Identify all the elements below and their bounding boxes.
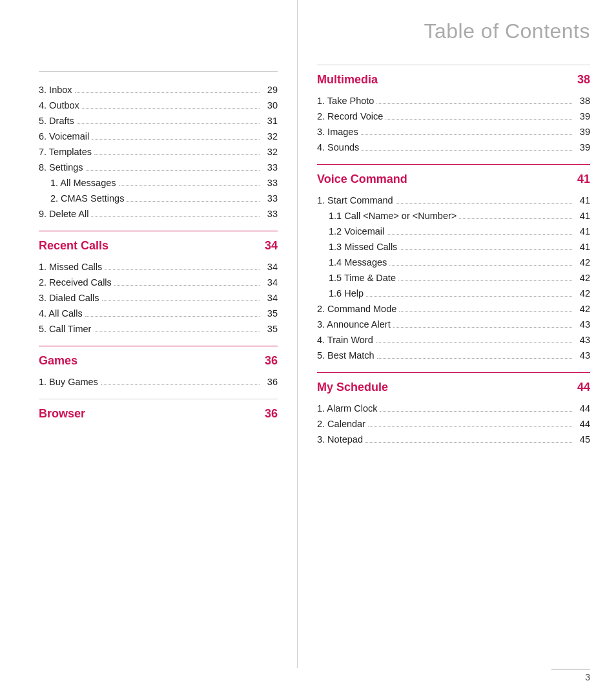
toc-row-all-messages: 1. All Messages 33 <box>39 178 278 188</box>
toc-row-images: 3. Images 39 <box>317 127 590 137</box>
toc-page-start-command: 41 <box>575 195 590 205</box>
toc-page-images: 39 <box>575 127 590 137</box>
voice-command-section: Voice Command 41 1. Start Command 41 1.1… <box>317 164 590 361</box>
toc-row-calendar: 2. Calendar 44 <box>317 419 590 429</box>
toc-dots-drafts <box>77 123 260 124</box>
toc-label-command-mode: 2. Command Mode <box>317 304 396 314</box>
toc-row-received-calls: 2. Received Calls 34 <box>39 277 278 288</box>
toc-dots-best-match <box>377 358 572 359</box>
toc-label-voicemail: 6. Voicemail <box>39 131 89 142</box>
toc-dots-templates <box>94 154 260 155</box>
toc-row-inbox: 3. Inbox 29 <box>39 85 278 95</box>
page-container: 3. Inbox 29 4. Outbox 30 5. Drafts 31 6.… <box>0 0 616 694</box>
toc-label-missed-calls: 1. Missed Calls <box>39 262 102 272</box>
toc-page-announce-alert: 43 <box>575 319 590 330</box>
toc-page-call-name-number: 41 <box>575 211 590 221</box>
toc-dots-1-5-time-date <box>398 280 572 281</box>
toc-page-record-voice: 39 <box>575 111 590 121</box>
toc-label-train-word: 4. Train Word <box>317 335 373 345</box>
toc-page-voicemail: 32 <box>262 131 278 142</box>
toc-dots-alarm-clock <box>380 411 572 412</box>
recent-calls-title: Recent Calls <box>39 239 108 253</box>
toc-row-announce-alert: 3. Announce Alert 43 <box>317 319 590 330</box>
toc-row-notepad: 3. Notepad 45 <box>317 434 590 445</box>
toc-dots-voicemail <box>92 139 260 140</box>
right-column: Table of Contents Multimedia 38 1. Take … <box>297 0 616 668</box>
recent-calls-num: 34 <box>265 239 278 253</box>
toc-row-templates: 7. Templates 32 <box>39 147 278 157</box>
toc-dots-call-name-number <box>459 218 572 219</box>
recent-calls-section: Recent Calls 34 1. Missed Calls 34 2. Re… <box>39 231 278 334</box>
toc-page-1-6-help: 42 <box>575 288 590 299</box>
toc-label-all-messages: 1. All Messages <box>50 178 116 188</box>
multimedia-section: Multimedia 38 1. Take Photo 38 2. Record… <box>317 73 590 152</box>
toc-dots-all-messages <box>119 185 260 186</box>
toc-page-all-messages: 33 <box>262 178 278 188</box>
toc-dots-1-6-help <box>366 296 572 297</box>
toc-label-announce-alert: 3. Announce Alert <box>317 319 391 330</box>
toc-dots-command-mode <box>399 311 572 312</box>
toc-label-drafts: 5. Drafts <box>39 116 74 126</box>
toc-dots-announce-alert <box>393 327 572 328</box>
toc-label-1-5-time-date: 1.5 Time & Date <box>329 273 396 283</box>
toc-label-best-match: 5. Best Match <box>317 350 375 361</box>
games-divider <box>39 346 278 346</box>
voice-command-header: Voice Command 41 <box>317 173 590 189</box>
toc-label-inbox: 3. Inbox <box>39 85 72 95</box>
multimedia-title: Multimedia <box>317 73 378 87</box>
toc-row-call-timer: 5. Call Timer 35 <box>39 324 278 334</box>
toc-dots-outbox <box>82 108 260 109</box>
toc-row-command-mode: 2. Command Mode 42 <box>317 304 590 314</box>
toc-dots-missed-calls <box>105 269 260 270</box>
toc-page-1-4-messages: 42 <box>575 257 590 268</box>
toc-page-all-calls: 35 <box>262 308 278 319</box>
page-title: Table of Contents <box>424 19 590 43</box>
toc-row-alarm-clock: 1. Alarm Clock 44 <box>317 403 590 414</box>
toc-row-train-word: 4. Train Word 43 <box>317 335 590 345</box>
toc-label-buy-games: 1. Buy Games <box>39 377 98 387</box>
toc-page-templates: 32 <box>262 147 278 157</box>
games-section: Games 36 1. Buy Games 36 <box>39 346 278 387</box>
toc-page-missed-calls: 34 <box>262 262 278 272</box>
toc-row-missed-calls: 1. Missed Calls 34 <box>39 262 278 272</box>
toc-page-delete-all: 33 <box>262 209 278 219</box>
toc-row-1-4-messages: 1.4 Messages 42 <box>317 257 590 268</box>
toc-dots-all-calls <box>85 316 260 317</box>
voice-command-divider <box>317 164 590 165</box>
toc-page-train-word: 43 <box>575 335 590 345</box>
toc-page-inbox: 29 <box>262 85 278 95</box>
toc-label-record-voice: 2. Record Voice <box>317 111 383 121</box>
toc-row-best-match: 5. Best Match 43 <box>317 350 590 361</box>
toc-page-alarm-clock: 44 <box>575 403 590 414</box>
my-schedule-section: My Schedule 44 1. Alarm Clock 44 2. Cale… <box>317 372 590 445</box>
toc-dots-received-calls <box>114 285 260 286</box>
toc-label-1-4-messages: 1.4 Messages <box>329 257 387 268</box>
toc-label-call-name-number: 1.1 Call <Name> or <Number> <box>329 211 457 221</box>
toc-label-images: 3. Images <box>317 127 358 137</box>
toc-row-1-6-help: 1.6 Help 42 <box>317 288 590 299</box>
browser-num: 36 <box>265 407 278 421</box>
toc-page-1-3-missed-calls: 41 <box>575 242 590 252</box>
toc-label-start-command: 1. Start Command <box>317 195 393 205</box>
browser-header: Browser 36 <box>39 407 278 423</box>
toc-row-1-3-missed-calls: 1.3 Missed Calls 41 <box>317 242 590 252</box>
multimedia-header: Multimedia 38 <box>317 73 590 89</box>
toc-row-drafts: 5. Drafts 31 <box>39 116 278 126</box>
toc-page-received-calls: 34 <box>262 277 278 288</box>
voice-command-num: 41 <box>577 173 590 186</box>
toc-label-notepad: 3. Notepad <box>317 434 363 445</box>
toc-row-settings: 8. Settings 33 <box>39 162 278 173</box>
left-column: 3. Inbox 29 4. Outbox 30 5. Drafts 31 6.… <box>0 0 297 668</box>
toc-page-drafts: 31 <box>262 116 278 126</box>
toc-page-call-timer: 35 <box>262 324 278 334</box>
toc-label-sounds: 4. Sounds <box>317 142 359 152</box>
toc-page-take-photo: 38 <box>575 96 590 106</box>
toc-page-1-5-time-date: 42 <box>575 273 590 283</box>
right-top-divider <box>317 65 590 65</box>
toc-dots-inbox <box>75 92 260 93</box>
toc-page-sounds: 39 <box>575 142 590 152</box>
toc-label-calendar: 2. Calendar <box>317 419 365 429</box>
toc-label-1-2-voicemail: 1.2 Voicemail <box>329 226 384 237</box>
toc-page-settings: 33 <box>262 162 278 173</box>
toc-page-dialed-calls: 34 <box>262 293 278 303</box>
